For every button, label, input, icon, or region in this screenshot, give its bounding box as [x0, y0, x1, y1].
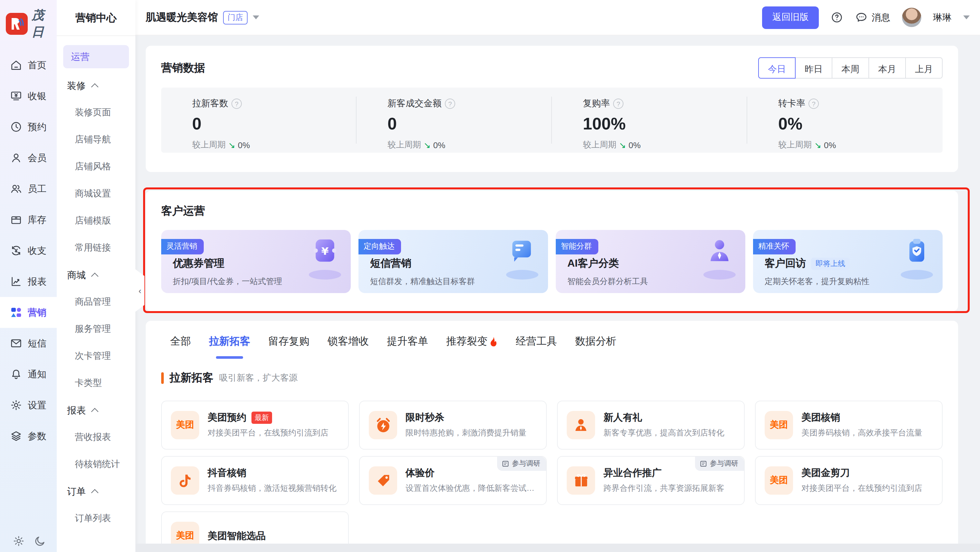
tab-referral[interactable]: 推荐裂变	[446, 335, 498, 349]
tab-all[interactable]: 全部	[170, 335, 191, 349]
chevron-up-icon	[91, 273, 99, 280]
feature-card-body: 美团核销美团券码核销，高效承接平台流量	[802, 412, 922, 439]
sidebar-item-service-management[interactable]: 服务管理	[57, 316, 135, 343]
sidebar-item-card-type[interactable]: 卡类型	[57, 370, 135, 397]
sidebar-item-shop-template[interactable]: 店铺模版	[57, 208, 135, 235]
rail-item-appointment[interactable]: 预约	[0, 111, 57, 142]
help-icon[interactable]: ?	[445, 98, 455, 109]
avatar[interactable]	[902, 8, 921, 27]
messages-entry[interactable]: 消息	[855, 11, 890, 24]
sidebar-item-revenue-report[interactable]: 营收报表	[57, 424, 135, 451]
tab-label: 锁客增收	[328, 335, 369, 349]
feature-card-desc: 美团券码核销，高效承接平台流量	[802, 428, 922, 439]
flash-sale-icon	[369, 411, 397, 439]
marketing-center-sidebar: 营销中心 运营装修装修页面店铺导航店铺风格商城设置店铺模版常用链接商城商品管理服…	[57, 0, 135, 552]
ops-card-coupon[interactable]: 灵活营销优惠券管理折扣/项目/代金券，一站式管理¥	[161, 230, 351, 293]
stat-label: 拉新客数?	[192, 98, 356, 109]
meituan-icon: 美团	[765, 411, 793, 439]
feature-card-body: 体验价设置首次体验优惠，降低新客尝试门槛	[406, 467, 537, 494]
feature-card-douyin-verify[interactable]: 抖音核销抖音券码核销，激活短视频营销转化	[161, 456, 349, 505]
rail-item-finance[interactable]: 收支	[0, 235, 57, 266]
gear-icon[interactable]	[12, 535, 23, 546]
user-name[interactable]: 琳琳	[933, 11, 951, 24]
sidebar-item-goods-management[interactable]: 商品管理	[57, 289, 135, 316]
sidebar-collapse-handle[interactable]: ‹	[135, 269, 145, 312]
feature-card-flash-sale[interactable]: 限时秒杀限时特惠抢购，刺激消费提升销量	[359, 401, 547, 450]
rail-item-label: 参数	[28, 430, 46, 442]
sidebar-item-pending-writeoff-stats[interactable]: 待核销统计	[57, 451, 135, 478]
rail-item-member[interactable]: 会员	[0, 142, 57, 173]
feature-card-trial-price[interactable]: 体验价设置首次体验优惠，降低新客尝试门槛参与调研	[359, 456, 547, 505]
rail-item-notice[interactable]: 通知	[0, 359, 57, 390]
date-tab-last-month[interactable]: 上月	[905, 57, 943, 79]
feature-card-new-user-gift[interactable]: 新人有礼新客专享优惠，提高首次到店转化	[557, 401, 745, 450]
tab-lock[interactable]: 锁客增收	[328, 335, 369, 349]
sidebar-item-decoration-page[interactable]: 装修页面	[57, 99, 135, 126]
sidebar-item-shop-style[interactable]: 店铺风格	[57, 153, 135, 180]
compare-label: 较上周期	[583, 139, 616, 151]
date-tab-today[interactable]: 今日	[758, 57, 795, 79]
chevron-down-icon[interactable]	[253, 16, 259, 19]
feature-card-meituan-verify[interactable]: 美团美团核销美团券码核销，高效承接平台流量	[755, 401, 943, 450]
feature-card-meituan-booking[interactable]: 美团美团预约最新对接美团平台，在线预约引流到店	[161, 401, 349, 450]
gift-icon	[567, 466, 595, 495]
ops-card-follow-up[interactable]: 精准关怀客户回访即将上线定期关怀老客，提升复购粘性	[753, 230, 943, 293]
date-tab-week[interactable]: 本周	[832, 57, 869, 79]
sidebar-item-times-card-management[interactable]: 次卡管理	[57, 343, 135, 370]
rail-item-sms[interactable]: 短信	[0, 328, 57, 359]
rail-item-label: 报表	[28, 275, 46, 287]
date-tab-month[interactable]: 本月	[869, 57, 906, 79]
store-switcher[interactable]: 肌遇暖光美容馆 门店	[146, 11, 259, 24]
stat-label: 新客成交金额?	[388, 98, 552, 109]
params-icon	[10, 430, 22, 443]
rail-item-report[interactable]: 报表	[0, 266, 57, 297]
help-icon[interactable]	[830, 11, 843, 24]
primary-nav: 首页收银预约会员员工库存收支报表营销短信通知设置参数	[0, 49, 57, 452]
rail-item-inventory[interactable]: 库存	[0, 204, 57, 235]
sidebar-group-mall[interactable]: 商城	[57, 262, 135, 289]
user-menu-chevron-icon[interactable]	[963, 16, 970, 19]
rail-item-params[interactable]: 参数	[0, 420, 57, 452]
help-icon[interactable]: ?	[613, 98, 624, 109]
back-to-old-version-button[interactable]: 返回旧版	[762, 6, 819, 29]
feature-card-body: 美团智能选品	[208, 530, 266, 542]
rail-item-home[interactable]: 首页	[0, 49, 57, 81]
sidebar-item-common-links[interactable]: 常用链接	[57, 235, 135, 262]
sidebar-item-mall-settings[interactable]: 商城设置	[57, 180, 135, 208]
sms-icon	[10, 337, 22, 350]
sidebar-group-order[interactable]: 订单	[57, 478, 135, 505]
sidebar-group-report[interactable]: 报表	[57, 397, 135, 424]
rail-item-cashier[interactable]: 收银	[0, 81, 57, 111]
tab-retain[interactable]: 留存复购	[268, 335, 309, 349]
feature-card-meituan-scissors[interactable]: 美团美团金剪刀对接美团平台，在线预约引流到店	[755, 456, 943, 505]
date-tab-yesterday[interactable]: 昨日	[795, 57, 832, 79]
sidebar-item-operations[interactable]: 运营	[63, 45, 129, 68]
sidebar-nav: 运营装修装修页面店铺导航店铺风格商城设置店铺模版常用链接商城商品管理服务管理次卡…	[57, 36, 135, 532]
tab-acquire[interactable]: 拉新拓客	[209, 335, 250, 349]
feature-card-title-row: 新人有礼	[603, 412, 724, 424]
ops-ribbon: 定向触达	[358, 239, 401, 254]
ops-card-ai-segment[interactable]: 智能分群AI客户分类智能会员分群分析工具	[556, 230, 745, 293]
rail-item-staff[interactable]: 员工	[0, 173, 57, 204]
tab-raise[interactable]: 提升客单	[387, 335, 428, 349]
moon-icon[interactable]	[33, 535, 45, 546]
feature-card-body: 新人有礼新客专享优惠，提高首次到店转化	[603, 412, 724, 439]
ops-card-title-text: 优惠券管理	[173, 257, 224, 271]
help-icon[interactable]: ?	[231, 98, 242, 109]
stat-label-text: 复购率	[583, 98, 610, 109]
survey-icon	[502, 460, 509, 467]
sidebar-group-label: 报表	[67, 404, 86, 416]
rail-item-settings[interactable]: 设置	[0, 390, 57, 420]
brand[interactable]: 茂日	[0, 0, 57, 47]
sidebar-item-order-list[interactable]: 订单列表	[57, 505, 135, 532]
feature-card-title-row: 美团金剪刀	[802, 467, 922, 479]
help-icon[interactable]: ?	[808, 98, 819, 109]
feature-card-cross-promo[interactable]: 异业合作推广跨界合作引流，共享资源拓展新客参与调研	[557, 456, 745, 505]
sidebar-item-shop-nav[interactable]: 店铺导航	[57, 126, 135, 153]
ops-card-desc: 短信群发，精准触达目标客群	[370, 276, 475, 287]
tab-analysis[interactable]: 数据分析	[575, 335, 616, 349]
tab-tools[interactable]: 经营工具	[516, 335, 557, 349]
rail-item-marketing[interactable]: 营销	[0, 297, 57, 328]
ops-card-sms-marketing[interactable]: 定向触达短信营销短信群发，精准触达目标客群	[358, 230, 548, 293]
sidebar-group-decoration[interactable]: 装修	[57, 72, 135, 99]
